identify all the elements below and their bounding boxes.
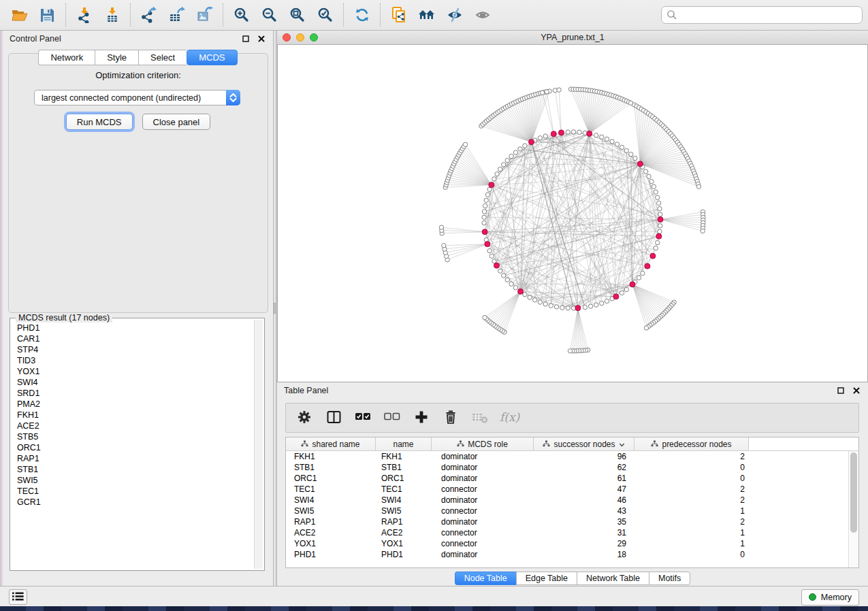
table-row[interactable]: STB1STB1dominator620 xyxy=(286,462,848,473)
optimization-criterion-select[interactable]: largest connected component (undirected) xyxy=(34,90,240,105)
save-session-button[interactable] xyxy=(33,2,61,28)
add-column-button[interactable] xyxy=(413,408,430,428)
cell-shared-name: FKH1 xyxy=(286,451,376,462)
splitter-handle[interactable] xyxy=(274,303,276,314)
mcds-result-item[interactable]: ORC1 xyxy=(12,442,253,453)
mcds-result-item[interactable]: STB5 xyxy=(12,431,253,442)
table-tabs: Node TableEdge TableNetwork TableMotifs xyxy=(277,572,868,585)
run-mcds-button[interactable]: Run MCDS xyxy=(66,114,133,130)
table-row[interactable]: FKH1FKH1dominator962 xyxy=(286,451,848,462)
tab-node-table[interactable]: Node Table xyxy=(455,572,516,585)
table-row[interactable]: SWI5SWI5connector431 xyxy=(286,506,848,516)
cell-name: SWI5 xyxy=(376,506,432,516)
network-home-button[interactable] xyxy=(413,2,440,28)
function-builder-icon: f(x) xyxy=(498,409,521,427)
cell-shared-name: TEC1 xyxy=(286,484,376,495)
column-header-predecessor-nodes[interactable]: predecessor nodes xyxy=(634,437,749,450)
table-row[interactable]: TEC1TEC1connector472 xyxy=(286,484,848,495)
table-row[interactable]: ORC1ORC1dominator610 xyxy=(286,473,848,484)
cell-MCDS-role: connector xyxy=(432,506,534,516)
select-all-button[interactable] xyxy=(354,408,372,428)
close-panel-icon-button[interactable] xyxy=(257,34,266,44)
column-header-MCDS-role[interactable]: MCDS role xyxy=(432,437,534,450)
table-row[interactable]: PHD1PHD1dominator180 xyxy=(286,549,848,560)
table-toolbar: f(x) xyxy=(285,403,859,433)
table-row[interactable]: YOX1YOX1connector291 xyxy=(286,538,848,549)
mcds-result-item[interactable]: SWI4 xyxy=(12,377,253,388)
hide-panel-button[interactable] xyxy=(440,2,468,28)
mcds-result-item[interactable]: PMA2 xyxy=(12,399,253,410)
mcds-result-item[interactable]: TEC1 xyxy=(12,486,253,497)
mcds-result-item[interactable]: SWI5 xyxy=(12,475,253,486)
tab-select[interactable]: Select xyxy=(138,50,187,65)
table-scrollbar[interactable] xyxy=(848,451,858,567)
float-panel-button[interactable] xyxy=(241,34,251,44)
zoom-out-button[interactable] xyxy=(255,2,283,28)
import-network-button[interactable] xyxy=(70,2,98,28)
tab-motifs[interactable]: Motifs xyxy=(649,572,690,585)
export-table-button[interactable] xyxy=(163,2,191,28)
cytoscape-window: Control Panel NetworkStyleSelectMCDS Opt… xyxy=(0,0,868,608)
cell-successor-nodes: 31 xyxy=(534,527,634,538)
table-row[interactable]: SWI4SWI4dominator462 xyxy=(286,495,848,506)
network-canvas[interactable] xyxy=(277,45,868,382)
delete-column-button[interactable] xyxy=(442,408,460,428)
duplicate-network-button[interactable] xyxy=(385,2,413,28)
float-table-panel-button[interactable] xyxy=(836,386,846,395)
export-image-button[interactable] xyxy=(191,2,219,28)
hide-panel-icon xyxy=(446,7,464,22)
column-header-name[interactable]: name xyxy=(376,437,432,450)
mcds-result-item[interactable]: RAP1 xyxy=(12,453,253,464)
table-settings-button[interactable] xyxy=(295,408,313,428)
tab-edge-table[interactable]: Edge Table xyxy=(516,572,577,585)
close-window-icon[interactable] xyxy=(283,33,291,42)
export-network-button[interactable] xyxy=(135,2,163,28)
mcds-result-item[interactable]: ACE2 xyxy=(12,420,253,431)
search-input[interactable] xyxy=(661,6,863,24)
column-header-successor-nodes[interactable]: successor nodes xyxy=(534,437,634,450)
mcds-result-item[interactable]: GCR1 xyxy=(12,497,253,508)
import-table-button[interactable] xyxy=(98,2,126,28)
mcds-result-item[interactable]: STP4 xyxy=(12,344,253,355)
memory-button[interactable]: Memory xyxy=(801,589,859,606)
open-file-button[interactable] xyxy=(5,2,33,28)
column-header-shared-name[interactable]: shared name xyxy=(286,437,376,450)
tab-network[interactable]: Network xyxy=(38,50,95,65)
close-table-panel-button[interactable] xyxy=(852,386,861,395)
tab-mcds[interactable]: MCDS xyxy=(187,50,237,65)
table-scrollbar-thumb[interactable] xyxy=(850,452,857,533)
table-body: FKH1FKH1dominator962STB1STB1dominator620… xyxy=(286,451,848,567)
refresh-layout-button[interactable] xyxy=(348,2,376,28)
toolbar-separator xyxy=(343,3,344,27)
table-row[interactable]: ACE2ACE2connector311 xyxy=(286,527,848,538)
cell-shared-name: ORC1 xyxy=(286,473,376,484)
list-icon xyxy=(12,592,24,603)
mcds-result-item[interactable]: FKH1 xyxy=(12,410,253,420)
maximize-window-icon[interactable] xyxy=(310,33,318,42)
mcds-result-item[interactable]: STB1 xyxy=(12,464,253,475)
show-panel-button[interactable] xyxy=(468,2,496,28)
cell-shared-name: YOX1 xyxy=(286,538,376,549)
cell-MCDS-role: connector xyxy=(432,538,534,549)
close-panel-button[interactable]: Close panel xyxy=(142,114,211,130)
tab-network-table[interactable]: Network Table xyxy=(577,572,649,585)
minimize-window-icon[interactable] xyxy=(296,33,304,42)
mcds-result-item[interactable]: PHD1 xyxy=(12,323,253,333)
zoom-selected-button[interactable] xyxy=(311,2,339,28)
split-view-button[interactable] xyxy=(325,408,342,428)
mcds-result-item[interactable]: YOX1 xyxy=(12,366,253,377)
mcds-result-scrollbar[interactable] xyxy=(254,320,263,569)
cell-predecessor-nodes: 1 xyxy=(634,527,749,538)
zoom-in-button[interactable] xyxy=(227,2,255,28)
cell-predecessor-nodes: 0 xyxy=(634,462,749,473)
zoom-fit-button[interactable] xyxy=(283,2,311,28)
cell-MCDS-role: dominator xyxy=(432,549,534,560)
mcds-result-item[interactable]: TID3 xyxy=(12,355,253,366)
mcds-result-item[interactable]: SRD1 xyxy=(12,388,253,399)
table-row[interactable]: RAP1RAP1dominator352 xyxy=(286,516,848,527)
cell-successor-nodes: 46 xyxy=(534,495,634,506)
deselect-all-button[interactable] xyxy=(383,408,401,428)
mcds-result-item[interactable]: CAR1 xyxy=(12,333,253,344)
task-history-button[interactable] xyxy=(9,589,27,605)
tab-style[interactable]: Style xyxy=(95,50,138,65)
